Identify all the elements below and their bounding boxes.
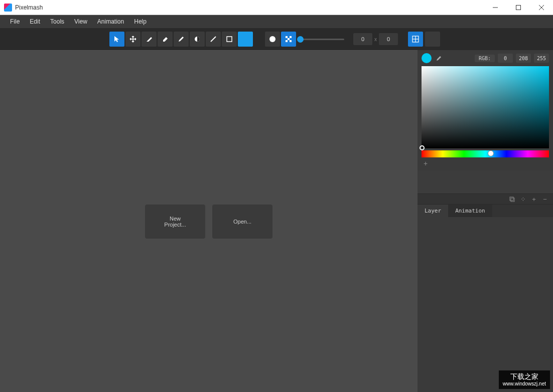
color-header: RGB: 0 208 255 — [418, 50, 553, 66]
tool-select[interactable] — [109, 32, 124, 47]
swatch-area — [418, 170, 553, 193]
svg-rect-16 — [510, 197, 513, 201]
svg-line-5 — [211, 37, 216, 42]
close-button[interactable] — [530, 0, 553, 15]
menu-view[interactable]: View — [69, 16, 92, 27]
tool-brush[interactable] — [142, 32, 157, 47]
brush-size-slider[interactable] — [299, 39, 344, 40]
svg-rect-9 — [290, 36, 292, 38]
rgb-b-field[interactable]: 255 — [534, 54, 549, 63]
add-swatch-button[interactable]: + — [422, 159, 430, 167]
dimension-separator: x — [374, 37, 377, 42]
tool-circle-opt[interactable] — [265, 32, 280, 47]
canvas-width-field[interactable]: 0 — [353, 33, 372, 45]
current-color-swatch[interactable] — [422, 53, 432, 63]
app-title: Pixelmash — [15, 4, 484, 11]
grid-controls — [408, 32, 440, 47]
tool-line[interactable] — [206, 32, 221, 47]
watermark-url: www.windowszj.net — [503, 381, 546, 387]
layer-add-icon[interactable]: + — [530, 195, 538, 203]
palette-row: + — [418, 157, 553, 170]
main-area: New Project... Open... RGB: 0 208 255 + … — [0, 50, 553, 392]
svg-rect-6 — [227, 37, 232, 42]
hue-slider[interactable] — [422, 150, 549, 157]
tool-fill[interactable] — [190, 32, 205, 47]
menu-tools[interactable]: Tools — [45, 16, 69, 27]
tool-move[interactable] — [125, 32, 141, 47]
menu-file[interactable]: File — [5, 16, 25, 27]
svg-point-7 — [269, 36, 275, 42]
right-panel: RGB: 0 208 255 + ⁘ + − Layer Animation — [418, 50, 553, 392]
menu-help[interactable]: Help — [129, 16, 152, 27]
slider-thumb-icon[interactable] — [297, 36, 304, 43]
rgb-r-field[interactable]: 0 — [498, 54, 513, 63]
svg-rect-17 — [511, 198, 514, 202]
tool-color-swatch[interactable] — [238, 32, 253, 47]
app-icon — [4, 4, 12, 12]
tool-rectangle[interactable] — [222, 32, 237, 47]
menu-edit[interactable]: Edit — [25, 16, 45, 27]
tool-eraser[interactable] — [158, 32, 173, 47]
tool-group-main — [109, 32, 253, 47]
rgb-mode-button[interactable]: RGB: — [475, 55, 495, 62]
rgb-g-field[interactable]: 208 — [516, 54, 531, 63]
svg-rect-1 — [516, 5, 521, 10]
menu-animation[interactable]: Animation — [92, 16, 129, 27]
minimize-button[interactable] — [484, 0, 507, 15]
maximize-button[interactable] — [507, 0, 530, 15]
svg-rect-12 — [290, 40, 292, 42]
window-controls — [484, 0, 553, 15]
sv-thumb-icon[interactable] — [420, 145, 425, 150]
tool-group-shape — [265, 32, 296, 47]
canvas-height-field[interactable]: 0 — [379, 33, 398, 45]
layer-toolbar: ⁘ + − — [418, 193, 553, 205]
menu-bar: File Edit Tools View Animation Help — [0, 15, 553, 28]
svg-rect-8 — [286, 36, 288, 38]
svg-rect-10 — [288, 38, 290, 40]
tab-layer[interactable]: Layer — [418, 205, 448, 217]
tab-animation[interactable]: Animation — [448, 205, 492, 217]
grid-settings[interactable] — [425, 32, 440, 47]
panel-tabs: Layer Animation — [418, 205, 553, 217]
layer-list — [418, 217, 553, 392]
saturation-value-picker[interactable] — [422, 66, 549, 148]
tool-square-opt[interactable] — [281, 32, 296, 47]
layer-remove-icon[interactable]: − — [541, 195, 549, 203]
svg-rect-11 — [286, 40, 288, 42]
layer-duplicate-icon[interactable] — [508, 195, 516, 203]
layer-merge-icon[interactable]: ⁘ — [519, 195, 527, 203]
open-button[interactable]: Open... — [212, 205, 272, 239]
watermark: 下载之家 www.windowszj.net — [499, 370, 550, 389]
grid-toggle[interactable] — [408, 32, 423, 47]
title-bar: Pixelmash — [0, 0, 553, 15]
canvas-area: New Project... Open... — [0, 50, 418, 392]
watermark-text: 下载之家 — [503, 372, 546, 381]
toolbar: 0 x 0 — [0, 28, 553, 50]
hue-thumb-icon[interactable] — [488, 150, 494, 156]
eyedropper-icon[interactable] — [435, 54, 444, 63]
tool-pencil[interactable] — [174, 32, 189, 47]
new-project-button[interactable]: New Project... — [145, 205, 205, 239]
